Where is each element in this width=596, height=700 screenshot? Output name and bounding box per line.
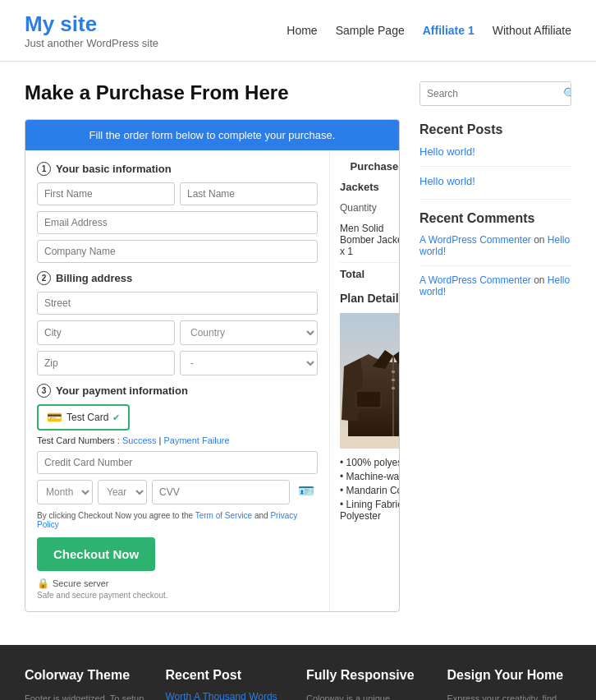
cvv-field[interactable] — [152, 480, 290, 504]
site-title: My site — [25, 12, 158, 37]
zip-suffix-select[interactable]: - — [180, 351, 318, 375]
section2-heading: 2 Billing address — [37, 271, 318, 285]
footer-col-2: Recent Post Worth A Thousand Words Categ… — [166, 668, 291, 700]
header: My site Just another WordPress site Home… — [0, 0, 596, 62]
first-name-field[interactable] — [37, 182, 175, 205]
total-label: Total — [340, 268, 364, 280]
plan-details-title: Plan Details — [340, 292, 400, 305]
email-field[interactable] — [37, 211, 318, 234]
purchase-form-card: Fill the order form below to complete yo… — [25, 119, 400, 612]
country-select[interactable]: Country — [180, 320, 318, 345]
footer-col-1-title: Colorway Theme — [25, 668, 149, 683]
site-tagline: Just another WordPress site — [25, 37, 158, 49]
recent-posts-title: Recent Posts — [419, 122, 571, 137]
test-card-button[interactable]: 💳 Test Card ✔ — [37, 404, 130, 431]
section1-heading: 1 Your basic information — [37, 162, 318, 176]
comment-1: A WordPress Commenter on Hello world! — [419, 234, 571, 257]
footer-col-2-title: Recent Post — [166, 668, 291, 683]
recent-post-1[interactable]: Hello world! — [419, 145, 571, 158]
last-name-field[interactable] — [180, 182, 318, 205]
feature-1: • 100% polyester — [340, 457, 400, 468]
feature-2: • Machine-wash — [340, 471, 400, 482]
card-numbers-info: Test Card Numbers : Success | Payment Fa… — [37, 435, 318, 445]
svg-rect-3 — [392, 379, 395, 381]
footer-col-1-text: Footer is widgetized. To setup the foote… — [25, 691, 149, 700]
success-link[interactable]: Success — [122, 435, 157, 445]
main-nav: Home Sample Page Affiliate 1 Without Aff… — [287, 24, 571, 37]
search-input[interactable] — [420, 82, 557, 105]
check-icon: ✔ — [112, 412, 120, 423]
comment-2: A WordPress Commenter on Hello world! — [419, 274, 571, 297]
city-field[interactable] — [37, 320, 175, 345]
product-name: Jackets — [340, 181, 400, 193]
lock-icon: 🔒 — [37, 578, 49, 589]
site-brand: My site Just another WordPress site — [25, 12, 158, 49]
month-select[interactable]: Month — [37, 480, 93, 504]
cc-number-field[interactable] — [37, 451, 318, 474]
search-button[interactable]: 🔍 — [557, 82, 571, 105]
sidebar-divider-1 — [419, 166, 571, 167]
jacket-svg — [340, 313, 400, 449]
form-header-bar: Fill the order form below to complete yo… — [25, 120, 399, 150]
purchase-details-title: Purchase Details — [340, 160, 400, 173]
checkout-button[interactable]: Checkout Now — [37, 537, 155, 571]
nav-without-affiliate[interactable]: Without Affiliate — [493, 24, 571, 37]
footer-link-1[interactable]: Worth A Thousand Words — [166, 691, 291, 700]
feature-3: • Mandarin Collar — [340, 485, 400, 496]
secure-label: Secure server — [53, 578, 108, 588]
credit-card-icon: 💳 — [47, 410, 62, 425]
footer-col-1: Colorway Theme Footer is widgetized. To … — [25, 668, 149, 700]
item-name: Men Solid Bomber Jacket x 1 — [340, 223, 400, 257]
footer-col-4: Design Your Home Express your creativity… — [447, 668, 572, 700]
sidebar-divider-2 — [419, 199, 571, 200]
footer-col-3-text: Colorway is a unique responsive WordPres… — [306, 691, 431, 700]
svg-rect-5 — [356, 391, 381, 408]
quantity-label: Quantity — [340, 202, 377, 214]
failure-link[interactable]: Payment Failure — [164, 435, 230, 445]
comment-author-1[interactable]: A WordPress Commenter — [419, 234, 531, 246]
comment-author-2[interactable]: A WordPress Commenter — [419, 274, 531, 286]
recent-post-2[interactable]: Hello world! — [419, 175, 571, 187]
year-select[interactable]: Year — [98, 480, 147, 504]
plan-features-list: • 100% polyester • Machine-wash • Mandar… — [340, 457, 400, 522]
svg-rect-4 — [392, 387, 395, 389]
feature-4: • Lining Fabric - Polyester — [340, 499, 400, 522]
form-header-text: Fill the order form below to complete yo… — [89, 129, 336, 141]
footer-main: Colorway Theme Footer is widgetized. To … — [0, 645, 596, 700]
section3-heading: 3 Your payment information — [37, 384, 318, 398]
tos-text: By clicking Checkout Now you agree to th… — [37, 511, 318, 529]
recent-comments-title: Recent Comments — [419, 211, 571, 226]
tos-link[interactable]: Term of Service — [195, 511, 252, 520]
footer-col-3-title: Fully Responsive — [306, 668, 431, 683]
street-field[interactable] — [37, 292, 318, 315]
zip-field[interactable] — [37, 351, 175, 375]
page-title: Make a Purchase From Here — [25, 81, 400, 104]
card-flip-icon: 🪪 — [295, 480, 318, 504]
nav-home[interactable]: Home — [287, 24, 317, 37]
svg-rect-2 — [392, 371, 395, 373]
sidebar-divider-3 — [419, 265, 571, 266]
nav-sample-page[interactable]: Sample Page — [336, 24, 405, 37]
secure-subtext: Safe and secure payment checkout. — [37, 591, 318, 600]
footer-col-3: Fully Responsive Colorway is a unique re… — [306, 668, 431, 700]
company-field[interactable] — [37, 240, 318, 263]
nav-affiliate1[interactable]: Affiliate 1 — [423, 24, 475, 37]
search-box: 🔍 — [419, 81, 571, 106]
footer-col-4-title: Design Your Home — [447, 668, 572, 683]
jacket-image — [340, 313, 400, 449]
footer-col-4-text: Express your creativity, find inspiratio… — [447, 691, 572, 700]
